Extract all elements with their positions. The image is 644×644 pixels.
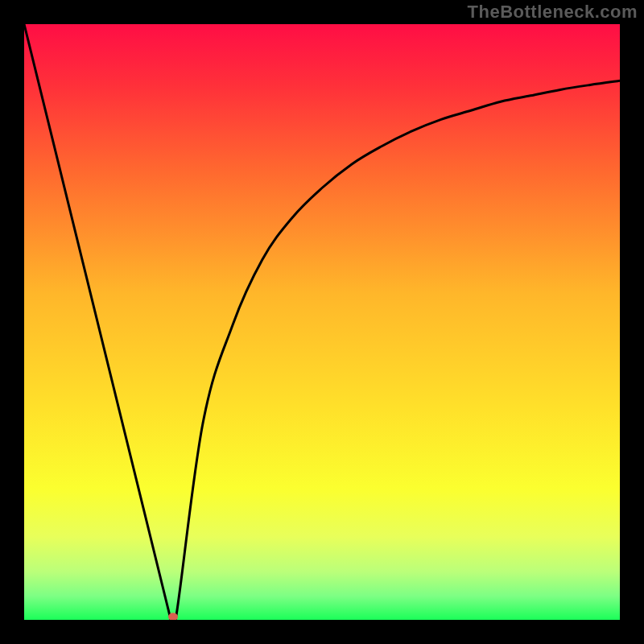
plot-area — [24, 24, 620, 620]
chart-frame: TheBottleneck.com — [0, 0, 644, 644]
branding-text: TheBottleneck.com — [468, 2, 638, 23]
bottleneck-curve — [24, 24, 620, 620]
